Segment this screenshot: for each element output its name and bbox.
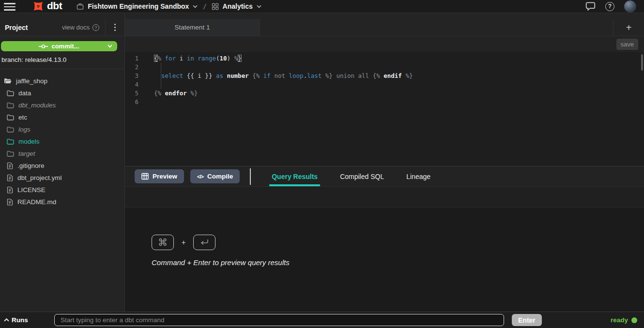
tab-lineage[interactable]: Lineage xyxy=(395,166,442,186)
sidebar-header: Project view docs ? xyxy=(0,13,124,36)
table-icon xyxy=(141,173,149,180)
code-line-6[interactable]: 6 xyxy=(125,98,644,106)
runs-toggle[interactable]: Runs xyxy=(4,316,28,324)
code-editor[interactable]: 1{% for i in range(10) %}23 select {{ i … xyxy=(125,52,644,166)
tree-item-dbt-project-yml[interactable]: dbt_project.yml xyxy=(0,172,124,184)
line-number: 2 xyxy=(125,63,143,72)
user-avatar[interactable] xyxy=(624,0,636,13)
folder-icon xyxy=(7,114,14,120)
keys-plus: + xyxy=(182,239,185,246)
code-icon: </> xyxy=(197,174,203,179)
enter-button[interactable]: Enter xyxy=(512,314,542,326)
results-tabs: Query ResultsCompiled SQLLineage xyxy=(261,166,442,186)
code-text xyxy=(143,80,154,89)
file-icon xyxy=(7,198,13,206)
indent-guide xyxy=(161,63,161,89)
new-tab-button[interactable]: + xyxy=(626,23,632,32)
tree-item-logs[interactable]: logs xyxy=(0,123,124,135)
workspace-switcher[interactable]: Analytics xyxy=(212,2,261,10)
folder-icon xyxy=(7,150,14,157)
tab-query-results[interactable]: Query Results xyxy=(261,166,329,186)
shortcut-keys: ⌘ + xyxy=(152,235,644,250)
breadcrumb-separator: / xyxy=(203,2,205,11)
code-text: {% endfor %} xyxy=(143,89,198,98)
dbt-logo-text: dbt xyxy=(47,0,62,12)
save-button[interactable]: save xyxy=(616,39,638,50)
chevron-down-icon xyxy=(193,5,198,8)
code-line-2[interactable]: 2 xyxy=(125,63,644,72)
file-icon xyxy=(7,174,13,181)
tree-item-dbt-modules[interactable]: dbt_modules xyxy=(0,99,124,111)
tree-item-data[interactable]: data xyxy=(0,87,124,99)
branch-label: branch: release/4.13.0 xyxy=(1,56,124,63)
code-text: {% for i in range(10) %} xyxy=(143,54,242,63)
tree-item-target[interactable]: target xyxy=(0,148,124,160)
git-branch-icon xyxy=(39,44,48,49)
code-line-5[interactable]: 5{% endfor %} xyxy=(125,89,644,98)
code-text xyxy=(143,98,154,106)
dbt-logo: dbt xyxy=(32,0,62,13)
tree-item-label: dbt_modules xyxy=(18,102,56,109)
chevron-down-icon xyxy=(107,45,112,48)
chevron-up-icon xyxy=(4,318,9,322)
briefcase-icon xyxy=(77,3,84,10)
editor-toolbar: save xyxy=(125,36,644,52)
status-dot xyxy=(631,317,637,323)
command-key-icon: ⌘ xyxy=(152,235,174,250)
new-tab-zone: + xyxy=(613,19,644,36)
results-toolbar: Preview </> Compile Query ResultsCompile… xyxy=(125,166,644,187)
top-bar: dbt Fishtown Engineering Sandbox / Analy… xyxy=(0,0,644,13)
file-icon xyxy=(7,186,13,194)
code-text: select {{ i }} as number {% if not loop.… xyxy=(143,72,413,80)
shortcut-hint: Command + Enter to preview query results xyxy=(152,258,644,267)
tree-item-license[interactable]: LICENSE xyxy=(0,184,124,196)
status-indicator: ready xyxy=(611,316,637,324)
editor-tab-statement-1[interactable]: Statement 1 xyxy=(125,19,260,36)
tree-item-label: target xyxy=(18,150,35,157)
folder-icon xyxy=(7,90,14,96)
commit-button[interactable]: commit... xyxy=(1,41,117,51)
tree-item-models[interactable]: models xyxy=(0,135,124,148)
help-icon[interactable]: ? xyxy=(605,2,614,11)
line-number: 4 xyxy=(125,80,143,89)
line-number: 5 xyxy=(125,89,143,98)
return-key-icon xyxy=(193,235,215,250)
dbt-command-input[interactable] xyxy=(54,314,504,326)
preview-button[interactable]: Preview xyxy=(135,169,184,183)
compile-button[interactable]: </> Compile xyxy=(190,169,240,183)
code-line-1[interactable]: 1{% for i in range(10) %} xyxy=(125,54,644,63)
file-icon xyxy=(7,162,13,169)
chevron-down-icon xyxy=(257,5,261,8)
results-panel: Preview </> Compile Query ResultsCompile… xyxy=(125,166,644,312)
tree-item--gitignore[interactable]: .gitignore xyxy=(0,160,124,172)
code-line-3[interactable]: 3 select {{ i }} as number {% if not loo… xyxy=(125,72,644,80)
chat-bubble-icon[interactable] xyxy=(585,1,596,11)
tree-item-etc[interactable]: etc xyxy=(0,111,124,123)
sidebar-menu-button[interactable] xyxy=(105,19,124,36)
tree-item-label: logs xyxy=(18,126,31,133)
status-text: ready xyxy=(611,316,628,324)
editor-scrollbar[interactable] xyxy=(641,54,643,71)
code-line-4[interactable]: 4 xyxy=(125,80,644,89)
tree-item-readme-md[interactable]: README.md xyxy=(0,196,124,208)
results-subheader xyxy=(125,187,644,208)
view-docs-link[interactable]: view docs ? xyxy=(62,24,105,31)
hamburger-menu-icon[interactable] xyxy=(4,3,15,11)
tree-item-label: data xyxy=(18,89,31,97)
folder-icon xyxy=(7,138,14,145)
file-tree: jaffle_shopdatadbt_modulesetclogsmodelst… xyxy=(0,69,124,208)
results-body: ⌘ + Command + Enter to preview query res… xyxy=(125,208,644,312)
line-number: 1 xyxy=(125,54,143,63)
docs-help-icon: ? xyxy=(92,24,99,31)
tree-item-label: etc xyxy=(18,114,27,121)
folder-icon xyxy=(7,102,14,108)
toolbar-divider xyxy=(250,168,251,185)
workspace-name: Analytics xyxy=(223,2,253,10)
tree-item-label: .gitignore xyxy=(17,162,45,169)
project-switcher[interactable]: Fishtown Engineering Sandbox xyxy=(77,2,198,10)
line-number: 3 xyxy=(125,72,143,80)
sidebar-title: Project xyxy=(5,24,28,31)
tree-item-label: jaffle_shop xyxy=(16,77,47,85)
tree-item-jaffle-shop[interactable]: jaffle_shop xyxy=(0,75,124,87)
tab-compiled-sql[interactable]: Compiled SQL xyxy=(329,166,395,186)
